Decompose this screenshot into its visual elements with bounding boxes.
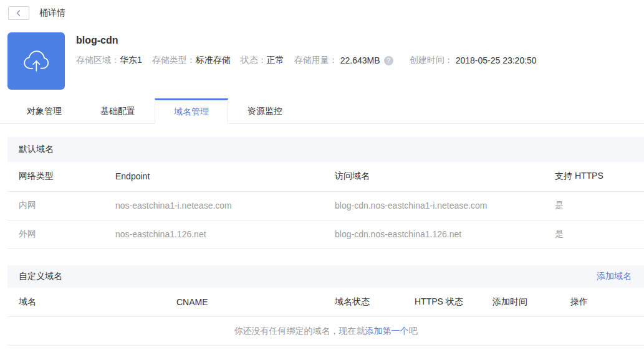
tab-object-management[interactable]: 对象管理 — [7, 98, 81, 123]
custom-domain-table: 域名 CNAME 域名状态 HTTPS 状态 添加时间 操作 你还没有任何绑定的… — [7, 288, 644, 346]
bucket-name: blog-cdn — [76, 34, 547, 47]
back-button[interactable] — [8, 6, 29, 20]
table-header-row: 域名 CNAME 域名状态 HTTPS 状态 添加时间 操作 — [7, 288, 644, 317]
meta-storage-type-label: 存储类型： — [152, 55, 196, 66]
col-domain-status: 域名状态 — [324, 288, 403, 317]
cell-https-support: 是 — [544, 220, 644, 248]
default-domain-table: 网络类型 Endpoint 访问域名 支持 HTTPS 内网 nos-eastc… — [7, 162, 644, 249]
meta-storage-type-value: 标准存储 — [196, 55, 231, 66]
add-domain-link[interactable]: 添加域名 — [597, 271, 632, 282]
add-first-domain-link[interactable]: 添加第一个 — [365, 326, 409, 336]
meta-created-label: 创建时间： — [410, 55, 453, 66]
meta-region: 存储区域： 华东1 — [76, 55, 142, 66]
tab-domain-management[interactable]: 域名管理 — [155, 98, 228, 124]
meta-usage-value: 22.643MB — [340, 55, 380, 65]
page-title: 桶详情 — [39, 7, 65, 19]
cell-network-type: 外网 — [7, 220, 104, 248]
table-row: 内网 nos-eastchina1-i.netease.com blog-cdn… — [7, 191, 644, 220]
col-network-type: 网络类型 — [7, 162, 104, 191]
table-header-row: 网络类型 Endpoint 访问域名 支持 HTTPS — [7, 162, 644, 191]
topbar: 桶详情 — [0, 0, 644, 20]
bucket-icon — [7, 32, 65, 90]
col-endpoint: Endpoint — [104, 162, 324, 191]
col-cname: CNAME — [165, 288, 324, 317]
meta-usage: 存储用量： 22.643MB ? — [294, 55, 397, 66]
col-added-time: 添加时间 — [481, 288, 559, 317]
default-domain-header: 默认域名 — [7, 137, 644, 162]
meta-created: 创建时间： 2018-05-25 23:20:50 — [410, 55, 537, 66]
bucket-meta: 存储区域： 华东1 存储类型： 标准存储 状态： 正常 存储用量： 22.643… — [76, 55, 547, 66]
custom-domain-title: 自定义域名 — [19, 271, 62, 282]
meta-region-label: 存储区域： — [76, 55, 120, 66]
help-icon[interactable]: ? — [384, 56, 393, 65]
cell-access-domain: blog-cdn.nos-eastchina1.126.net — [324, 220, 544, 248]
tab-resource-monitor[interactable]: 资源监控 — [228, 98, 302, 123]
meta-status-value: 正常 — [267, 55, 284, 66]
tab-bar: 对象管理 基础配置 域名管理 资源监控 — [0, 98, 644, 124]
bucket-header: blog-cdn 存储区域： 华东1 存储类型： 标准存储 状态： 正常 存储用… — [7, 32, 644, 90]
meta-created-value: 2018-05-25 23:20:50 — [456, 55, 537, 65]
cell-access-domain: blog-cdn.nos-eastchina1-i.netease.com — [324, 191, 544, 220]
col-access-domain: 访问域名 — [324, 162, 544, 191]
cell-https-support: 是 — [544, 191, 644, 220]
meta-usage-label: 存储用量： — [294, 55, 338, 66]
empty-state: 你还没有任何绑定的域名，现在就添加第一个吧 — [7, 317, 644, 346]
col-https-support: 支持 HTTPS — [544, 162, 644, 191]
bucket-info: blog-cdn 存储区域： 华东1 存储类型： 标准存储 状态： 正常 存储用… — [76, 32, 547, 90]
meta-status: 状态： 正常 — [241, 55, 284, 66]
tab-basic-config[interactable]: 基础配置 — [81, 98, 155, 123]
table-row: 外网 nos-eastchina1.126.net blog-cdn.nos-e… — [7, 220, 644, 248]
col-actions: 操作 — [559, 288, 644, 317]
col-https-status: HTTPS 状态 — [403, 288, 481, 317]
col-domain: 域名 — [7, 288, 165, 317]
meta-storage-type: 存储类型： 标准存储 — [152, 55, 231, 66]
empty-state-row: 你还没有任何绑定的域名，现在就添加第一个吧 — [7, 317, 644, 346]
chevron-left-icon — [15, 9, 22, 17]
empty-state-text: 你还没有任何绑定的域名，现在就 — [234, 326, 365, 336]
cell-network-type: 内网 — [7, 191, 104, 220]
cell-endpoint: nos-eastchina1.126.net — [104, 220, 324, 248]
meta-region-value: 华东1 — [120, 55, 142, 66]
cloud-upload-icon — [17, 42, 55, 80]
cell-endpoint: nos-eastchina1-i.netease.com — [104, 191, 324, 220]
meta-status-label: 状态： — [241, 55, 267, 66]
empty-state-text-suffix: 吧 — [409, 326, 418, 336]
custom-domain-section: 自定义域名 添加域名 域名 CNAME 域名状态 HTTPS 状态 添加时间 操… — [7, 265, 644, 346]
default-domain-section: 默认域名 网络类型 Endpoint 访问域名 支持 HTTPS 内网 nos-… — [7, 137, 644, 249]
custom-domain-header: 自定义域名 添加域名 — [7, 265, 644, 288]
default-domain-title: 默认域名 — [19, 144, 54, 155]
